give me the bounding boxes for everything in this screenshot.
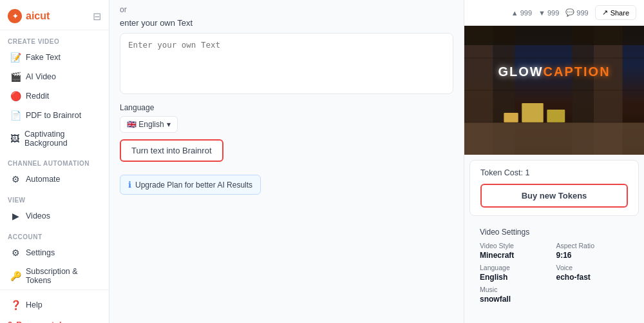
sidebar-collapse-button[interactable]: ⊟ [93, 10, 101, 23]
comment-button[interactable]: 💬 999 [565, 8, 588, 17]
section-label-create: Create Video [0, 30, 109, 48]
sidebar-item-label: Subscription & Tokens [26, 267, 99, 285]
share-button[interactable]: ↗ Share [595, 5, 636, 20]
sidebar-item-label: PDF to Brainrot [26, 111, 81, 120]
upvote-icon: ▲ [511, 9, 518, 17]
sidebar: ✦ aicut ⊟ Create Video 📝 Fake Text 🎬 AI … [0, 0, 109, 323]
minecraft-walls [464, 26, 644, 155]
sidebar-item-label: Settings [26, 248, 55, 257]
setting-label: Aspect Ratio [556, 242, 629, 250]
sidebar-item-label: Fake Text [26, 53, 61, 62]
or-divider: or [120, 5, 453, 14]
sidebar-bottom: ❓ Help 0 Buy new tokens "Tamal Das" FREE… [0, 289, 109, 323]
turn-text-button[interactable]: Turn text into Brainrot [120, 139, 223, 162]
setting-value: snowfall [480, 295, 629, 304]
automate-icon: ⚙ [10, 174, 21, 184]
ai-video-icon: 🎬 [10, 72, 21, 82]
svg-rect-5 [464, 26, 644, 45]
downvote-button[interactable]: ▼ 999 [538, 9, 559, 17]
comment-icon: 💬 [565, 8, 574, 17]
videos-icon: ▶ [10, 211, 21, 221]
token-count: 0 [8, 320, 12, 323]
video-settings: Video Settings Video Style Minecraft Asp… [469, 221, 639, 310]
share-label: Share [611, 9, 629, 17]
sidebar-item-help[interactable]: ❓ Help [3, 295, 106, 315]
sidebar-item-label: Help [26, 300, 43, 309]
setting-value: English [480, 273, 553, 282]
upvote-button[interactable]: ▲ 999 [511, 9, 532, 17]
sidebar-item-label: Automate [26, 175, 61, 184]
captivating-icon: 🖼 [10, 133, 19, 144]
svg-rect-6 [522, 103, 543, 122]
settings-icon: ⚙ [10, 248, 21, 258]
language-section: Language 🇬🇧 English ▾ [120, 103, 453, 133]
content-area: or enter your own Text Language 🇬🇧 Engli… [109, 0, 464, 323]
comment-count: 999 [576, 9, 588, 17]
upgrade-label: Upgrade Plan for better AI Results [135, 181, 252, 190]
sidebar-item-subscription[interactable]: 🔑 Subscription & Tokens [3, 262, 106, 289]
token-cost-label: Token Cost: 1 [480, 168, 628, 177]
sidebar-item-videos[interactable]: ▶ Videos [3, 206, 106, 226]
upgrade-notice[interactable]: ℹ Upgrade Plan for better AI Results [120, 175, 261, 195]
glow-caption: GLOWCAPTION [498, 64, 610, 79]
help-icon: ❓ [10, 300, 21, 310]
fake-text-icon: 📝 [10, 52, 21, 63]
sidebar-logo[interactable]: ✦ aicut [8, 9, 50, 23]
logo-text: aicut [26, 10, 50, 22]
downvote-icon: ▼ [538, 9, 545, 17]
text-area-wrapper [120, 33, 453, 94]
logo-icon: ✦ [8, 9, 22, 23]
pdf-icon: 📄 [10, 110, 21, 121]
svg-rect-4 [464, 122, 644, 155]
setting-video-style: Video Style Minecraft [480, 242, 553, 260]
section-label-automation: Channel Automation [0, 152, 109, 170]
setting-language: Language English [480, 264, 553, 282]
sidebar-buy-tokens[interactable]: 0 Buy new tokens [0, 315, 109, 323]
buy-tokens-label: Buy new tokens [16, 320, 77, 324]
setting-aspect-ratio: Aspect Ratio 9:16 [556, 242, 629, 260]
subscription-icon: 🔑 [10, 271, 21, 281]
setting-label: Music [480, 286, 629, 293]
language-label: Language [120, 103, 453, 112]
reddit-icon: 🔴 [10, 91, 21, 101]
svg-rect-7 [547, 110, 565, 122]
glow-text: GLOW [498, 64, 543, 79]
setting-label: Voice [556, 264, 629, 271]
main-content: or enter your own Text Language 🇬🇧 Engli… [109, 0, 464, 323]
sidebar-item-fake-text[interactable]: 📝 Fake Text [3, 48, 106, 67]
setting-value: 9:16 [556, 251, 629, 260]
settings-grid: Video Style Minecraft Aspect Ratio 9:16 … [480, 242, 629, 304]
downvote-count: 999 [547, 9, 559, 17]
video-preview-header: ▲ 999 ▼ 999 💬 999 ↗ Share [464, 0, 644, 26]
sidebar-item-captivating-bg[interactable]: 🖼 Captivating Background [3, 125, 106, 152]
setting-label: Language [480, 264, 553, 271]
sidebar-item-automate[interactable]: ⚙ Automate [3, 170, 106, 189]
sidebar-item-label: Reddit [26, 92, 49, 101]
setting-music: Music snowfall [480, 286, 629, 304]
right-panel: ▲ 999 ▼ 999 💬 999 ↗ Share [464, 0, 644, 323]
sidebar-header: ✦ aicut ⊟ [0, 0, 109, 30]
language-select[interactable]: 🇬🇧 English ▾ [120, 116, 178, 133]
section-label-view: View [0, 189, 109, 206]
sidebar-item-label: Videos [26, 211, 50, 220]
share-icon: ↗ [602, 8, 608, 17]
own-text-input[interactable] [128, 40, 445, 85]
settings-title: Video Settings [480, 228, 629, 237]
own-text-label: enter your own Text [120, 18, 453, 28]
info-icon: ℹ [128, 180, 131, 190]
svg-rect-8 [504, 113, 518, 122]
section-label-account: Account [0, 226, 109, 243]
sidebar-item-label: Captivating Background [24, 130, 99, 148]
buy-new-tokens-button[interactable]: Buy new Tokens [480, 184, 628, 208]
sidebar-item-pdf-brainrot[interactable]: 📄 PDF to Brainrot [3, 106, 106, 125]
caption-text: CAPTION [544, 64, 611, 79]
upvote-count: 999 [520, 9, 532, 17]
language-value: 🇬🇧 English [127, 120, 164, 129]
video-thumbnail: GLOWCAPTION [464, 26, 644, 155]
sidebar-item-settings[interactable]: ⚙ Settings [3, 243, 106, 262]
token-section: Token Cost: 1 Buy new Tokens [469, 160, 639, 216]
sidebar-item-reddit[interactable]: 🔴 Reddit [3, 86, 106, 106]
setting-label: Video Style [480, 242, 553, 250]
sidebar-item-ai-video[interactable]: 🎬 AI Video [3, 67, 106, 86]
setting-value: Minecraft [480, 251, 553, 260]
